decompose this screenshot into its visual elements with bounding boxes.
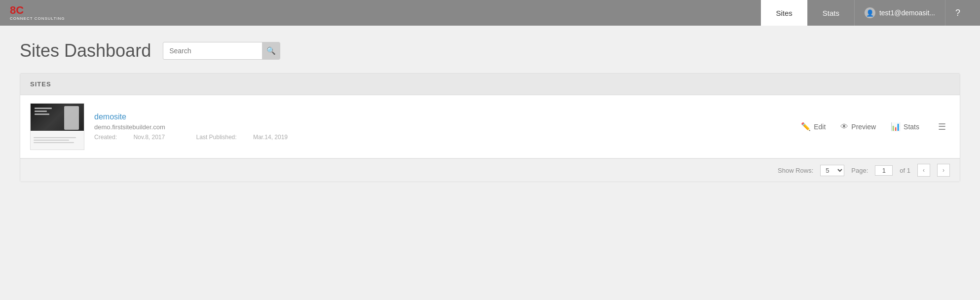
thumb-figure: [64, 106, 79, 130]
main-content: Sites Dashboard 🔍 SITES: [0, 26, 980, 197]
page-header: Sites Dashboard 🔍: [20, 40, 960, 61]
stats-button[interactable]: 📊 Stats: [891, 122, 919, 131]
preview-label: Preview: [851, 123, 876, 131]
thumb-bottom-line: [34, 140, 69, 141]
published-meta: Last Published: Mar.14, 2019: [196, 134, 302, 141]
nav-user[interactable]: 👤 test1@demoasit...: [855, 0, 945, 26]
topnav-right: Sites Stats 👤 test1@demoasit... ?: [761, 0, 970, 26]
menu-icon[interactable]: ☰: [934, 119, 950, 134]
nav-stats[interactable]: Stats: [808, 0, 855, 26]
search-box: 🔍: [163, 42, 280, 60]
rows-select[interactable]: 5 10 25: [820, 165, 844, 176]
thumb-top: [31, 104, 84, 131]
sites-container: SITES: [20, 73, 960, 182]
stats-icon: 📊: [891, 122, 901, 131]
of-label: of 1: [900, 167, 910, 174]
site-info: demosite demo.firstsitebuilder.com Creat…: [84, 112, 801, 141]
chevron-right-icon: ›: [942, 167, 944, 174]
nav-sites[interactable]: Sites: [761, 0, 807, 26]
site-row: demosite demo.firstsitebuilder.com Creat…: [20, 95, 960, 158]
site-name-link[interactable]: demosite: [94, 112, 126, 121]
page-label: Page:: [851, 167, 868, 174]
logo: 8C CONNECT CONSULTING: [10, 5, 65, 21]
page-title: Sites Dashboard: [20, 40, 151, 61]
search-input[interactable]: [163, 47, 262, 55]
user-avatar-icon: 👤: [865, 7, 875, 18]
next-page-button[interactable]: ›: [937, 164, 950, 177]
created-meta: Created: Nov.8, 2017: [94, 134, 182, 141]
site-actions: ✏️ Edit 👁 Preview 📊 Stats ☰: [801, 119, 950, 134]
user-email: test1@demoasit...: [879, 9, 935, 17]
edit-icon: ✏️: [801, 122, 811, 131]
created-label: Created:: [94, 134, 117, 141]
published-date: Mar.14, 2019: [253, 134, 288, 141]
page-input[interactable]: 1: [875, 165, 893, 176]
edit-label: Edit: [814, 123, 826, 131]
help-button[interactable]: ?: [945, 0, 970, 26]
thumb-text-lines: [35, 108, 52, 115]
logo-brand: 8C: [10, 4, 24, 16]
search-icon: 🔍: [266, 46, 276, 55]
search-button[interactable]: 🔍: [262, 42, 280, 60]
site-thumbnail[interactable]: [30, 103, 84, 150]
thumb-bottom-line: [34, 142, 74, 143]
site-meta: Created: Nov.8, 2017 Last Published: Mar…: [94, 134, 801, 141]
published-label: Last Published:: [196, 134, 237, 141]
created-date: Nov.8, 2017: [133, 134, 165, 141]
sites-header: SITES: [20, 74, 960, 95]
sites-footer: Show Rows: 5 10 25 Page: 1 of 1 ‹ ›: [20, 158, 960, 182]
edit-button[interactable]: ✏️ Edit: [801, 122, 826, 131]
top-navigation: 8C CONNECT CONSULTING Sites Stats 👤 test…: [0, 0, 980, 26]
thumb-line: [35, 111, 47, 112]
thumb-bottom-line: [34, 137, 76, 138]
stats-label: Stats: [904, 123, 919, 131]
thumb-bottom: [31, 131, 84, 150]
chevron-left-icon: ‹: [923, 167, 925, 174]
thumb-line: [35, 108, 52, 109]
prev-page-button[interactable]: ‹: [917, 164, 930, 177]
preview-icon: 👁: [840, 122, 848, 131]
preview-button[interactable]: 👁 Preview: [840, 122, 876, 131]
show-rows-label: Show Rows:: [778, 167, 813, 174]
logo-sub: CONNECT CONSULTING: [10, 16, 65, 21]
thumb-line: [35, 113, 49, 115]
site-url: demo.firstsitebuilder.com: [94, 123, 801, 131]
